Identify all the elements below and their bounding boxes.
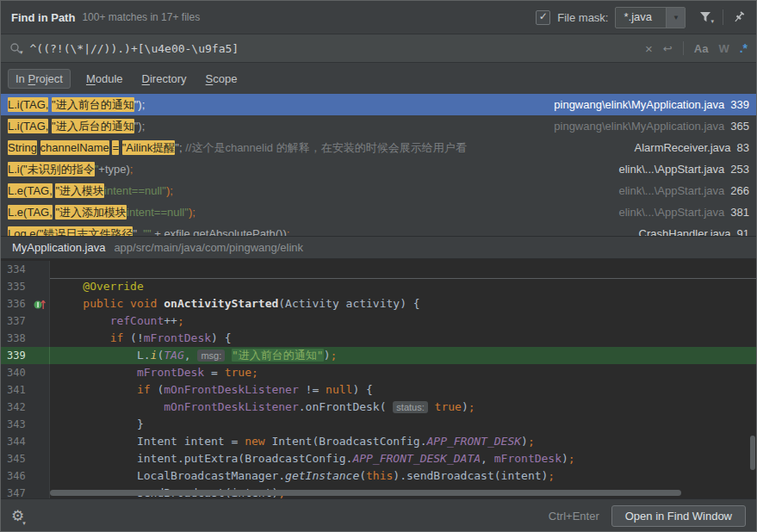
result-row[interactable]: L.i(TAG, "进入前台的通知");pingwang\elink\MyApp… xyxy=(1,94,756,115)
code-lines: 334335 @Override336 public void onActivi… xyxy=(1,261,756,498)
override-method-icon[interactable] xyxy=(34,297,47,311)
file-mask-combobox[interactable]: *.java ▼ xyxy=(615,7,686,28)
result-location: pingwang\elink\MyApplication.java365 xyxy=(554,120,749,133)
code-line: 336 public void onActivityStarted(Activi… xyxy=(1,295,756,312)
result-text: L.e(TAG, "进入添加模块intent==null"); xyxy=(8,205,608,220)
search-history-dropdown-icon: ▾ xyxy=(20,49,23,56)
horizontal-scrollbar[interactable] xyxy=(50,490,681,496)
gutter-line-number: 335 xyxy=(1,278,26,295)
gutter-line-number: 337 xyxy=(1,312,26,330)
scope-tab-scope[interactable]: Scope xyxy=(206,72,238,85)
match-case-toggle[interactable]: Aa xyxy=(694,42,709,55)
results-list[interactable]: L.i(TAG, "进入前台的通知");pingwang\elink\MyApp… xyxy=(1,94,756,236)
vertical-scrollbar[interactable] xyxy=(750,436,755,470)
code-line: 342 mOnFrontDeskListener.onFrontDesk( st… xyxy=(1,399,756,416)
whole-words-toggle[interactable]: W xyxy=(718,42,729,55)
code-text: Intent intent = new Intent(BroadcastConf… xyxy=(50,433,756,450)
parameter-hint: status: xyxy=(393,401,427,413)
gutter: 336 xyxy=(1,295,50,312)
result-location: pingwang\elink\MyApplication.java339 xyxy=(554,98,749,111)
result-text: Log.e("错误日志文件路径", "" + exfile.getAbsolut… xyxy=(8,226,629,237)
scope-tab-module[interactable]: Module xyxy=(86,72,123,85)
search-options-separator xyxy=(683,41,684,55)
gutter: 338 xyxy=(1,330,50,347)
result-text: L.e(TAG, "进入模块intent==null"); xyxy=(8,183,608,199)
gutter: 334 xyxy=(1,261,50,278)
file-mask-checkbox[interactable]: ✓ xyxy=(536,10,550,25)
toolbar-separator xyxy=(723,9,723,25)
filter-button[interactable]: ▾ xyxy=(699,11,714,23)
clear-search-icon[interactable]: × xyxy=(645,41,653,56)
code-line: 345 intent.putExtra(BroadcastConfig.APP_… xyxy=(1,450,756,467)
code-text: if (!mFrontDesk) { xyxy=(50,330,756,347)
settings-button[interactable]: ⚙▾ xyxy=(11,507,26,525)
find-in-path-dialog: { "header": { "title": "Find in Path", "… xyxy=(0,0,757,532)
gutter: 341 xyxy=(1,381,50,399)
shortcut-hint: Ctrl+Enter xyxy=(549,510,599,523)
gutter: 343 xyxy=(1,416,50,433)
code-text: if (mOnFrontDeskListener != null) { xyxy=(50,381,756,399)
code-line: 339 L.i(TAG, msg: "进入前台的通知"); xyxy=(1,347,756,364)
gutter: 339 xyxy=(1,347,50,364)
result-line-number: 253 xyxy=(730,163,749,176)
dialog-title: Find in Path xyxy=(11,11,75,24)
result-location: elink\...\AppStart.java266 xyxy=(618,184,749,197)
result-location: CrashHandler.java91 xyxy=(639,227,749,236)
gutter: 344 xyxy=(1,433,50,450)
code-line: 341 if (mOnFrontDeskListener != null) { xyxy=(1,381,756,399)
code-line: 340 mFrontDesk = true; xyxy=(1,364,756,381)
result-file-path: AlarmReceiver.java xyxy=(635,141,731,154)
code-text: L.i(TAG, msg: "进入前台的通知"); xyxy=(50,347,756,364)
gear-dropdown-icon: ▾ xyxy=(22,520,26,527)
gutter-line-number: 342 xyxy=(1,399,26,416)
gutter: 335 xyxy=(1,278,50,295)
code-text: refCount++; xyxy=(50,312,756,330)
search-icon-wrap[interactable]: ▾ xyxy=(9,42,23,54)
result-row[interactable]: String channelName = "Ailink提醒"; //这个是ch… xyxy=(1,137,756,158)
result-line-number: 91 xyxy=(737,227,749,236)
result-row[interactable]: L.i("未识别的指令"+type);elink\...\AppStart.ja… xyxy=(1,158,756,180)
code-line: 335 @Override xyxy=(1,278,756,295)
gutter: 337 xyxy=(1,312,50,330)
code-line: 344 Intent intent = new Intent(Broadcast… xyxy=(1,433,756,450)
preview-file-path: app/src/main/java/com/pingwang/elink xyxy=(114,241,303,254)
gutter-line-number: 338 xyxy=(1,330,26,347)
code-text: @Override xyxy=(50,278,756,295)
file-mask-label: File mask: xyxy=(557,11,608,24)
result-text: L.i("未识别的指令"+type); xyxy=(8,162,608,177)
code-line: 337 refCount++; xyxy=(1,312,756,330)
code-text: public void onActivityStarted(Activity a… xyxy=(50,295,756,312)
result-file-path: elink\...\AppStart.java xyxy=(618,206,724,219)
combo-dropdown-icon[interactable]: ▼ xyxy=(666,8,685,28)
code-line: 343 } xyxy=(1,416,756,433)
gutter-line-number: 341 xyxy=(1,381,26,399)
scope-tab-directory[interactable]: Directory xyxy=(142,72,187,85)
result-line-number: 365 xyxy=(730,120,749,133)
search-bar[interactable]: ▾ ^((?!(\*|//)).)+[\u4e00-\u9fa5] × ↩ Aa… xyxy=(1,34,756,63)
result-line-number: 266 xyxy=(730,184,749,197)
match-count: 100+ matches in 17+ files xyxy=(82,11,200,23)
code-preview-editor[interactable]: 334335 @Override336 public void onActivi… xyxy=(1,259,756,498)
code-text: LocalBroadcastManager.getInstance(this).… xyxy=(50,467,756,485)
search-query-input[interactable]: ^((?!(\*|//)).)+[\u4e00-\u9fa5] xyxy=(30,42,239,55)
result-location: elink\...\AppStart.java381 xyxy=(618,206,749,219)
result-text: String channelName = "Ailink提醒"; //这个是ch… xyxy=(8,140,624,156)
newline-icon[interactable]: ↩ xyxy=(663,42,673,55)
result-text: L.i(TAG, "进入后台的通知"); xyxy=(8,119,543,134)
gutter-line-number: 340 xyxy=(1,364,26,381)
gutter-line-number: 344 xyxy=(1,433,26,450)
result-file-path: pingwang\elink\MyApplication.java xyxy=(554,98,724,111)
result-row[interactable]: L.e(TAG, "进入模块intent==null");elink\...\A… xyxy=(1,180,756,201)
result-row[interactable]: L.i(TAG, "进入后台的通知");pingwang\elink\MyApp… xyxy=(1,115,756,137)
scope-tab-in-project[interactable]: In Project xyxy=(8,69,71,89)
result-row[interactable]: Log.e("错误日志文件路径", "" + exfile.getAbsolut… xyxy=(1,223,756,236)
gutter: 346 xyxy=(1,467,50,485)
open-in-find-window-button[interactable]: Open in Find Window xyxy=(611,505,746,527)
preview-header: MyApplication.java app/src/main/java/com… xyxy=(1,236,756,259)
gutter-line-number: 336 xyxy=(1,295,26,312)
result-row[interactable]: L.e(TAG, "进入添加模块intent==null");elink\...… xyxy=(1,201,756,223)
result-location: AlarmReceiver.java83 xyxy=(635,141,749,154)
code-text: mOnFrontDeskListener.onFrontDesk( status… xyxy=(50,399,756,416)
regex-toggle[interactable]: .* xyxy=(740,41,748,55)
pin-button[interactable] xyxy=(732,10,746,24)
